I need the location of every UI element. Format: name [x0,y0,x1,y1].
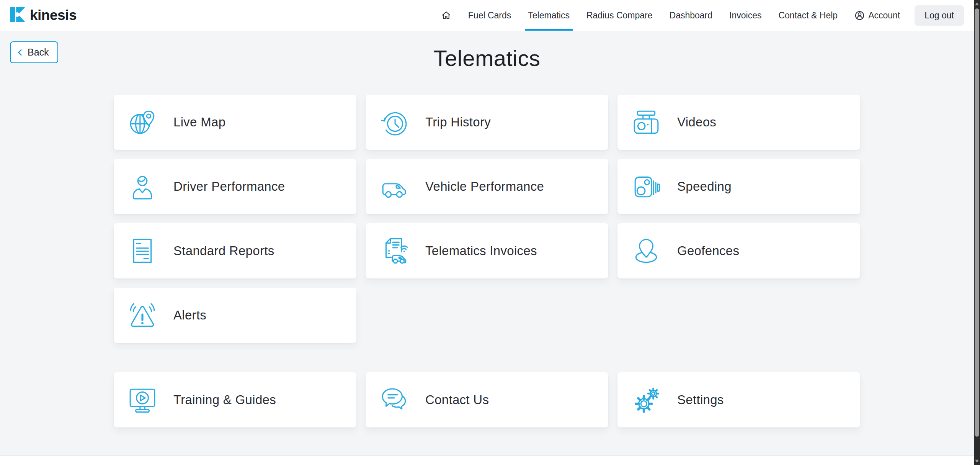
card-label: Videos [677,115,716,129]
nav-item-telematics[interactable]: Telematics [519,0,578,31]
nav-item-invoices[interactable]: Invoices [721,0,770,31]
card-label: Speeding [677,179,732,194]
vertical-scrollbar[interactable] [974,0,980,465]
home-icon [441,10,451,21]
card-telematics-invoices[interactable]: Telematics Invoices [366,223,608,278]
invoice-van-icon [380,237,408,265]
card-label: Telematics Invoices [425,244,537,258]
nav-label-telematics: Telematics [528,10,570,21]
scrollbar-up-arrow-icon[interactable] [975,2,979,5]
nav-label-dashboard: Dashboard [670,10,713,21]
card-vehicle-performance[interactable]: Vehicle Performance [366,159,608,214]
card-label: Geofences [677,244,739,258]
footer-strip [0,456,974,465]
nav-label-radius-compare: Radius Compare [586,10,653,21]
dashcam-icon [632,108,660,136]
nav-item-home[interactable] [433,0,460,31]
kinesis-logo[interactable]: kinesis [10,7,77,24]
nav-label-contact-help: Contact & Help [778,10,838,21]
nav-item-contact-help[interactable]: Contact & Help [770,0,846,31]
secondary-card-grid: Training & GuidesContact UsSettings [114,372,860,427]
card-label: Alerts [173,308,206,323]
card-label: Live Map [173,115,225,129]
card-speeding[interactable]: Speeding [617,159,860,214]
account-icon [854,10,865,21]
section-divider [114,359,860,359]
card-label: Driver Performance [173,179,285,194]
nav-item-dashboard[interactable]: Dashboard [661,0,721,31]
card-geofences[interactable]: Geofences [617,223,860,278]
back-label: Back [28,47,49,58]
main-card-grid: Live MapTrip HistoryVideosDriver Perform… [114,95,860,343]
card-training-and-guides[interactable]: Training & Guides [114,372,356,427]
card-driver-performance[interactable]: Driver Performance [114,159,356,214]
report-icon [128,237,157,265]
card-standard-reports[interactable]: Standard Reports [114,223,356,278]
trip-history-icon [380,108,408,136]
card-trip-history[interactable]: Trip History [366,95,608,150]
scrollbar-thumb[interactable] [975,8,979,437]
card-label: Trip History [425,115,491,129]
card-settings[interactable]: Settings [617,372,860,427]
back-button[interactable]: Back [10,41,58,63]
card-label: Vehicle Performance [425,179,544,194]
card-live-map[interactable]: Live Map [114,95,356,150]
card-label: Settings [677,393,724,407]
card-label: Training & Guides [173,393,276,407]
nav-item-fuel-cards[interactable]: Fuel Cards [460,0,519,31]
card-contact-us[interactable]: Contact Us [366,372,608,427]
page: kinesis Fuel CardsTelematicsRadius Compa… [0,0,980,465]
nav-label-fuel-cards: Fuel Cards [468,10,511,21]
logout-button[interactable]: Log out [915,5,964,26]
nav-label-account: Account [868,10,900,21]
nav-label-invoices: Invoices [729,10,761,21]
nav-item-radius-compare[interactable]: Radius Compare [578,0,661,31]
card-label: Contact Us [425,393,489,407]
card-label: Standard Reports [173,244,274,258]
alert-triangle-icon [128,301,157,329]
chat-bubbles-icon [380,386,408,414]
nav-item-account[interactable]: Account [846,0,908,31]
top-nav-bar: kinesis Fuel CardsTelematicsRadius Compa… [0,0,974,31]
driver-icon [128,172,157,201]
scrollbar-down-arrow-icon[interactable] [975,460,979,463]
card-alerts[interactable]: Alerts [114,288,356,343]
main-nav: Fuel CardsTelematicsRadius CompareDashbo… [433,0,908,31]
training-monitor-icon [128,386,157,414]
kinesis-logo-icon [10,7,25,24]
content-area: Back Telematics Live MapTrip HistoryVide… [0,31,974,456]
card-videos[interactable]: Videos [617,95,860,150]
live-map-icon [128,108,157,136]
van-icon [380,172,408,201]
gears-icon [632,386,660,414]
page-title: Telematics [0,31,974,71]
chevron-left-icon [17,49,24,56]
speed-camera-icon [632,172,660,201]
geofence-pin-icon [632,237,660,265]
logo-text: kinesis [30,7,77,23]
